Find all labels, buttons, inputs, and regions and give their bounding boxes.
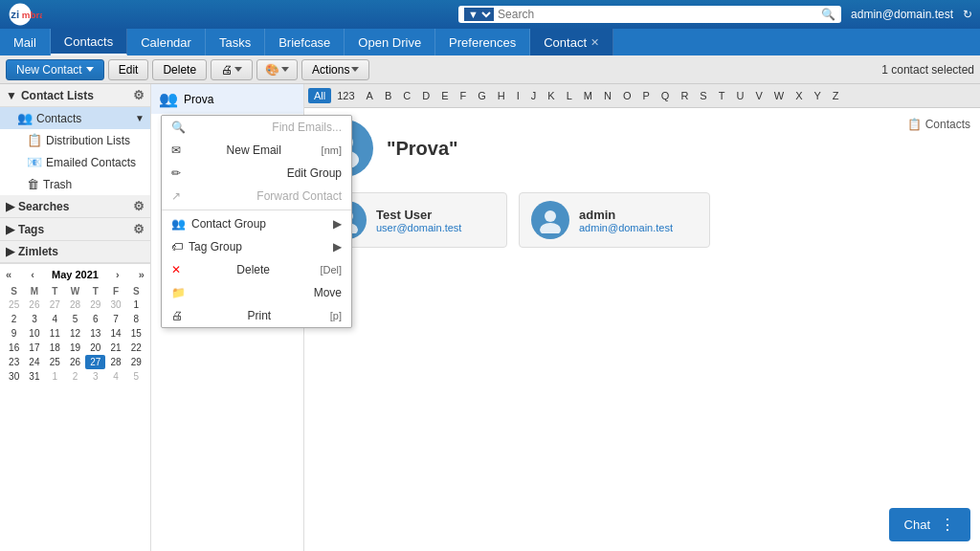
ctx-edit-group[interactable]: ✏ Edit Group <box>162 162 351 185</box>
alpha-btn-l[interactable]: L <box>561 88 578 103</box>
search-icon[interactable]: 🔍 <box>821 8 835 21</box>
cal-day-w2d0[interactable]: 9 <box>4 326 24 341</box>
cal-day-w0d6[interactable]: 1 <box>126 298 146 312</box>
cal-day-w2d4[interactable]: 13 <box>85 326 105 341</box>
cal-day-w4d2[interactable]: 25 <box>45 355 65 369</box>
cal-day-w1d1[interactable]: 3 <box>24 312 44 326</box>
cal-day-w2d5[interactable]: 14 <box>105 326 125 341</box>
cal-day-w4d6[interactable]: 29 <box>126 355 146 369</box>
cal-day-w3d6[interactable]: 22 <box>126 341 146 355</box>
search-input[interactable] <box>498 8 821 21</box>
group-item-prova[interactable]: 👥 Prova <box>151 84 303 114</box>
cal-day-w5d4[interactable]: 3 <box>85 369 105 384</box>
cal-day-w3d5[interactable]: 21 <box>105 341 125 355</box>
alpha-btn-a[interactable]: A <box>361 88 379 103</box>
sidebar-item-emailed-contacts[interactable]: 📧 Emailed Contacts <box>0 151 150 173</box>
print-button[interactable]: 🖨 <box>211 59 253 80</box>
tab-contacts[interactable]: Contacts <box>51 29 127 55</box>
cal-day-w2d3[interactable]: 12 <box>65 326 85 341</box>
new-contact-button[interactable]: New Contact <box>6 59 104 80</box>
cal-day-w4d4[interactable]: 27 <box>85 355 105 369</box>
cal-day-w0d2[interactable]: 27 <box>45 298 65 312</box>
contact-lists-gear-icon[interactable]: ⚙ <box>133 88 145 102</box>
cal-day-w2d6[interactable]: 15 <box>126 326 146 341</box>
contact-card-1[interactable]: admin admin@domain.test <box>519 192 710 248</box>
cal-day-w0d4[interactable]: 29 <box>85 298 105 312</box>
alpha-btn-q[interactable]: Q <box>656 88 676 103</box>
cal-day-w0d3[interactable]: 28 <box>65 298 85 312</box>
tab-contact[interactable]: Contact ✕ <box>530 29 613 55</box>
edit-button[interactable]: Edit <box>108 59 149 80</box>
searches-gear-icon[interactable]: ⚙ <box>133 199 145 213</box>
cal-day-w4d1[interactable]: 24 <box>24 355 44 369</box>
cal-day-w0d5[interactable]: 30 <box>105 298 125 312</box>
ctx-delete[interactable]: ✕ Delete [Del] <box>162 258 351 281</box>
alpha-btn-z[interactable]: Z <box>827 88 845 103</box>
alpha-btn-j[interactable]: J <box>525 88 543 103</box>
cal-next-next[interactable]: » <box>137 268 146 281</box>
alpha-btn-v[interactable]: V <box>749 88 768 103</box>
tab-tasks[interactable]: Tasks <box>206 29 265 55</box>
actions-button[interactable]: Actions <box>301 59 369 80</box>
ctx-tag-group[interactable]: 🏷 Tag Group ▶ <box>162 235 351 258</box>
cal-day-w1d0[interactable]: 2 <box>4 312 24 326</box>
alpha-btn-c[interactable]: C <box>397 88 416 103</box>
cal-day-w0d1[interactable]: 26 <box>24 298 44 312</box>
tags-section[interactable]: ▶ Tags ⚙ <box>0 218 150 241</box>
cal-day-w1d3[interactable]: 5 <box>65 312 85 326</box>
tab-briefcase[interactable]: Briefcase <box>265 29 345 55</box>
alpha-btn-y[interactable]: Y <box>808 88 826 103</box>
color-button[interactable]: 🎨 <box>256 59 298 80</box>
sidebar-item-trash[interactable]: 🗑 Trash <box>0 173 150 195</box>
alpha-btn-u[interactable]: U <box>730 88 749 103</box>
searches-section[interactable]: ▶ Searches ⚙ <box>0 195 150 218</box>
cal-day-w5d2[interactable]: 1 <box>45 369 65 384</box>
cal-day-w5d0[interactable]: 30 <box>4 369 24 384</box>
alpha-btn-k[interactable]: K <box>542 88 560 103</box>
alpha-btn-w[interactable]: W <box>768 88 790 103</box>
cal-day-w3d3[interactable]: 19 <box>65 341 85 355</box>
delete-button[interactable]: Delete <box>152 59 207 80</box>
cal-day-w5d1[interactable]: 31 <box>24 369 44 384</box>
cal-next[interactable]: › <box>114 268 122 281</box>
tab-opendrive[interactable]: Open Drive <box>345 29 435 55</box>
sidebar-item-contacts[interactable]: 👥 Contacts ▼ <box>0 107 150 129</box>
cal-prev[interactable]: ‹ <box>29 268 36 281</box>
cal-day-w3d1[interactable]: 17 <box>24 341 44 355</box>
cal-day-w5d3[interactable]: 2 <box>65 369 85 384</box>
tags-gear-icon[interactable]: ⚙ <box>133 222 145 236</box>
chat-button[interactable]: Chat ⋮ <box>889 508 970 541</box>
alpha-btn-d[interactable]: D <box>416 88 435 103</box>
cal-day-w3d4[interactable]: 20 <box>85 341 105 355</box>
alpha-btn-r[interactable]: R <box>675 88 694 103</box>
alpha-btn-h[interactable]: H <box>492 88 511 103</box>
chat-options-icon[interactable]: ⋮ <box>940 516 955 534</box>
sidebar-item-distribution-lists[interactable]: 📋 Distribution Lists <box>0 129 150 151</box>
cal-day-w5d6[interactable]: 5 <box>126 369 146 384</box>
cal-day-w4d3[interactable]: 26 <box>65 355 85 369</box>
cal-day-w4d0[interactable]: 23 <box>4 355 24 369</box>
search-dropdown[interactable]: ▼ <box>464 8 494 21</box>
alpha-btn-x[interactable]: X <box>790 88 808 103</box>
alpha-btn-g[interactable]: G <box>472 88 492 103</box>
refresh-icon[interactable]: ↻ <box>963 8 972 21</box>
alpha-btn-i[interactable]: I <box>511 88 525 103</box>
ctx-print[interactable]: 🖨 Print [p] <box>162 304 351 327</box>
alpha-btn-t[interactable]: T <box>713 88 731 103</box>
alpha-btn-b[interactable]: B <box>379 88 397 103</box>
ctx-move[interactable]: 📁 Move <box>162 281 351 304</box>
alpha-btn-all[interactable]: All <box>308 88 331 103</box>
cal-day-w1d5[interactable]: 7 <box>105 312 125 326</box>
cal-prev-prev[interactable]: « <box>4 268 13 281</box>
alpha-btn-f[interactable]: F <box>455 88 473 103</box>
cal-day-w3d0[interactable]: 16 <box>4 341 24 355</box>
zimlets-section[interactable]: ▶ Zimlets <box>0 241 150 263</box>
contact-lists-section[interactable]: ▼ Contact Lists ⚙ <box>0 84 150 107</box>
cal-day-w1d6[interactable]: 8 <box>126 312 146 326</box>
tab-calendar[interactable]: Calendar <box>127 29 206 55</box>
cal-day-w1d4[interactable]: 6 <box>85 312 105 326</box>
alpha-btn-s[interactable]: S <box>694 88 712 103</box>
cal-day-w2d1[interactable]: 10 <box>24 326 44 341</box>
tab-preferences[interactable]: Preferences <box>435 29 530 55</box>
alpha-btn-o[interactable]: O <box>617 88 637 103</box>
